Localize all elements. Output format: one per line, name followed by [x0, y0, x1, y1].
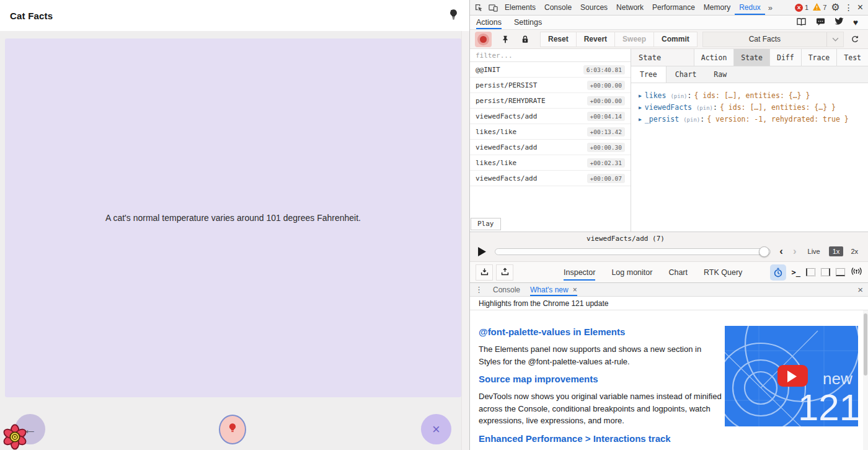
tab-chart[interactable]: Chart	[668, 264, 688, 281]
export-icon[interactable]	[496, 264, 513, 281]
tab-memory[interactable]: Memory	[699, 0, 735, 15]
action-row[interactable]: viewedFacts/add +00:00.07	[470, 171, 631, 186]
chrome-121-promo-image[interactable]: new 121	[725, 326, 858, 426]
settings-gear-icon[interactable]: ⚙	[831, 2, 839, 12]
subtab-chart[interactable]: Chart	[666, 66, 706, 83]
slider-thumb[interactable]	[759, 246, 769, 257]
tab-state[interactable]: State	[733, 49, 769, 66]
tab-redux[interactable]: Redux	[735, 0, 765, 15]
action-row[interactable]: viewedFacts/add +00:04.14	[470, 109, 631, 124]
drawer-tab-console[interactable]: Console	[493, 283, 520, 296]
subtab-tree[interactable]: Tree	[631, 66, 666, 83]
action-timestamp: +00:00.30	[587, 143, 625, 152]
instance-select[interactable]: Cat Facts	[702, 32, 844, 47]
subtab-raw[interactable]: Raw	[705, 66, 735, 83]
action-row[interactable]: likes/like +00:02.31	[470, 155, 631, 171]
section-title[interactable]: Source map improvements	[479, 374, 727, 384]
action-name: likes/like	[476, 128, 516, 136]
reset-button[interactable]: Reset	[540, 32, 577, 47]
tab-inspector[interactable]: Inspector	[564, 264, 595, 281]
feedback-chat-icon[interactable]	[816, 17, 825, 28]
tab-network[interactable]: Network	[612, 0, 648, 15]
screen: Cat Facts A cat's normal temperature var…	[0, 0, 868, 450]
speed-2x-button[interactable]: 2x	[847, 246, 862, 256]
tree-key: _persist	[645, 115, 679, 124]
drawer-tabbar: ⋮ Console What's new × ×	[470, 282, 868, 297]
scrollbar-thumb[interactable]	[864, 313, 867, 376]
device-toolbar-icon[interactable]	[486, 0, 500, 15]
dispatcher-terminal-icon[interactable]: >_	[792, 268, 800, 277]
twitter-bird-icon[interactable]	[835, 17, 844, 27]
react-query-flower-icon[interactable]	[1, 421, 29, 450]
chevron-down-icon	[826, 32, 843, 47]
whats-new-scrollbar[interactable]	[863, 310, 868, 450]
action-name: viewedFacts/add	[476, 112, 537, 120]
refresh-icon[interactable]	[846, 32, 863, 47]
pin-icon[interactable]	[497, 32, 513, 47]
lock-icon[interactable]	[516, 32, 533, 47]
tree-row[interactable]: ▶_persist (pin):{ version: -1, rehydrate…	[639, 114, 868, 125]
support-heart-icon[interactable]: ♥	[853, 17, 858, 27]
action-row[interactable]: likes/like +00:13.42	[470, 124, 631, 140]
tab-action[interactable]: Action	[694, 49, 734, 66]
current-action-label: viewedFacts/add (7)	[489, 235, 763, 243]
page-scrollbar[interactable]	[461, 31, 469, 450]
tab-log-monitor[interactable]: Log monitor	[611, 264, 652, 281]
tab-performance[interactable]: Performance	[648, 0, 699, 15]
redux-tab-settings[interactable]: Settings	[514, 16, 542, 29]
drawer-tab-whats-new[interactable]: What's new ×	[530, 283, 577, 296]
tree-row[interactable]: ▶likes (pin):{ ids: […], entities: {…} }	[639, 90, 868, 102]
whats-new-label: What's new	[530, 286, 569, 294]
lightbulb-icon[interactable]	[448, 9, 459, 23]
inspector-tabs: Action State Diff Trace Test	[694, 49, 868, 66]
action-row[interactable]: viewedFacts/add +00:00.30	[470, 140, 631, 155]
fact-lightbulb-button[interactable]	[219, 415, 246, 444]
stopwatch-icon[interactable]	[770, 264, 786, 281]
inspect-element-icon[interactable]	[472, 0, 486, 15]
devtools-close-icon[interactable]: ×	[857, 2, 863, 12]
tab-sources[interactable]: Sources	[576, 0, 612, 15]
redux-tab-actions[interactable]: Actions	[476, 16, 502, 29]
sweep-button[interactable]: Sweep	[614, 32, 654, 47]
tree-key: likes	[645, 91, 666, 100]
tab-console[interactable]: Console	[540, 0, 576, 15]
filter-input[interactable]	[470, 49, 631, 61]
dock-right-icon[interactable]	[821, 268, 830, 276]
state-panel-title: State	[639, 49, 661, 66]
tab-test[interactable]: Test	[836, 49, 868, 66]
action-row[interactable]: persist/PERSIST +00:00.00	[470, 78, 631, 93]
remote-broadcast-icon[interactable]	[851, 267, 862, 277]
tab-elements[interactable]: Elements	[500, 0, 540, 15]
tab-diff[interactable]: Diff	[769, 49, 801, 66]
commit-button[interactable]: Commit	[653, 32, 698, 47]
error-badge[interactable]: × 1	[795, 4, 808, 12]
tree-row[interactable]: ▶viewedFacts (pin):{ ids: […], entities:…	[639, 102, 868, 114]
warning-badge[interactable]: 7	[813, 3, 826, 12]
step-back-button[interactable]: ‹	[774, 245, 788, 258]
section-title[interactable]: Enhanced Performance > Interactions trac…	[479, 433, 727, 444]
action-row[interactable]: @@INIT 6:03:40.81	[470, 62, 631, 78]
more-tabs-icon[interactable]: »	[765, 3, 776, 12]
dismiss-fact-button[interactable]: ×	[421, 414, 451, 444]
docs-book-icon[interactable]	[796, 17, 807, 28]
revert-button[interactable]: Revert	[576, 32, 615, 47]
instance-name: Cat Facts	[703, 32, 826, 47]
speed-1x-button[interactable]: 1x	[829, 246, 844, 256]
dock-bottom-icon[interactable]	[836, 268, 845, 276]
tab-close-icon[interactable]: ×	[573, 286, 577, 294]
tab-rtk-query[interactable]: RTK Query	[704, 264, 742, 281]
drawer-kebab-icon[interactable]: ⋮	[475, 283, 483, 296]
playback-slider[interactable]	[495, 248, 771, 255]
record-button[interactable]	[475, 32, 492, 47]
drawer-close-icon[interactable]: ×	[857, 283, 863, 296]
section-title[interactable]: @font-palette-values in Elements	[479, 326, 727, 337]
import-icon[interactable]	[476, 264, 493, 281]
action-row[interactable]: persist/REHYDRATE +00:00.00	[470, 93, 631, 109]
live-button[interactable]: Live	[808, 248, 820, 255]
dock-left-icon[interactable]	[806, 268, 815, 276]
tab-trace[interactable]: Trace	[801, 49, 837, 66]
action-name: likes/like	[476, 159, 516, 167]
kebab-menu-icon[interactable]: ⋮	[844, 3, 853, 12]
play-icon[interactable]	[476, 247, 487, 256]
step-forward-button[interactable]: ›	[788, 245, 802, 258]
